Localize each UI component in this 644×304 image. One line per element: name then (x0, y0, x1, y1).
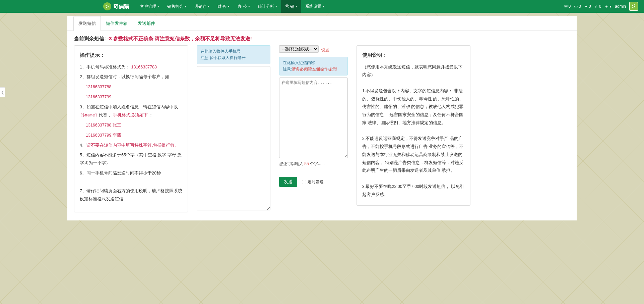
phone-input[interactable] (197, 66, 270, 210)
nav-label: 销售机会 (167, 0, 183, 13)
usage-title: 使用说明： (362, 50, 465, 60)
svg-point-0 (106, 5, 107, 6)
tips-l3code: {$name} (80, 112, 98, 117)
tips-l3c: 手机格式必须如下 (113, 113, 148, 117)
avatar[interactable] (629, 2, 638, 11)
card-stat[interactable]: ▭0 (574, 4, 581, 9)
phone-column: 在此输入收件人手机号 注意:多个联系人换行隔开 (197, 45, 270, 211)
tab-send-mail[interactable]: 发送邮件 (133, 16, 160, 31)
tips-l4red: 请不要在短信内容中填写特殊字符,包括换行符。 (86, 143, 179, 148)
timed-send-checkbox[interactable] (302, 180, 306, 184)
svg-point-6 (634, 6, 636, 7)
sms-content-input[interactable] (279, 78, 348, 158)
svg-point-2 (108, 6, 109, 7)
nav-right: ✉0 ▭0 ✦0 ☆0 ＋▾ admin (564, 2, 638, 11)
tips-l7: 7、请仔细阅读页面右方的使用说明，请严格按照系统设定标准格式发送短信 (80, 187, 182, 203)
nav-item-stock[interactable]: 进销存▾ (190, 0, 213, 13)
content-hint-line2a: 注意: (283, 67, 292, 71)
caret-down-icon: ▾ (248, 0, 250, 13)
nav-label: 营 销 (285, 0, 294, 13)
top-nav: 奇偶猫 客户管理▾ 销售机会▾ 进销存▾ 财 务▾ 办 公▾ 统计分析▾ 营 销… (0, 0, 644, 13)
tab-sms-outbox[interactable]: 短信发件箱 (101, 16, 133, 31)
nav-item-office[interactable]: 办 公▾ (234, 0, 254, 13)
content-column: --选择短信模板-- 设置 在此输入短信内容 注意:请务必阅读左侧操作提示! 您… (279, 45, 348, 187)
mail-stat[interactable]: ✉0 (564, 4, 571, 9)
nav-label: 进销存 (194, 0, 206, 13)
nav-item-customer[interactable]: 客户管理▾ (136, 0, 163, 13)
nav-item-stats[interactable]: 统计分析▾ (254, 0, 281, 13)
tips-title: 操作提示： (80, 50, 182, 60)
timed-send-label: 定时发送 (308, 179, 324, 185)
tips-ex1: 13166337788 (80, 83, 182, 91)
page-container: 发送短信 短信发件箱 发送邮件 当前剩余短信: -3 参数格式不正确条 请注意短… (67, 16, 577, 220)
card-count: 0 (579, 4, 581, 9)
svg-point-5 (634, 4, 635, 5)
caret-down-icon: ▾ (228, 0, 230, 13)
tips-l3d: ： (149, 113, 153, 117)
gear-count: 0 (589, 4, 591, 9)
nav-item-sales[interactable]: 销售机会▾ (163, 0, 190, 13)
caret-down-icon: ▾ (609, 4, 611, 9)
tips-l3b: 代替， (99, 113, 112, 117)
star-count: 0 (599, 4, 601, 9)
timed-send-row[interactable]: 定时发送 (302, 179, 324, 185)
caret-down-icon: ▾ (275, 0, 277, 13)
nav-item-settings[interactable]: 系统设置▾ (301, 0, 328, 13)
star-stat[interactable]: ☆0 (594, 4, 601, 9)
alert-red: -3 参数格式不正确条 请注意短信条数，余额不足将导致无法发送! (107, 36, 252, 41)
caret-down-icon: ▾ (323, 0, 324, 13)
side-expand-handle[interactable]: ❮ (0, 87, 5, 97)
nav-item-finance[interactable]: 财 务▾ (213, 0, 234, 13)
tips-ex2: 13166337799 (80, 93, 182, 101)
usage-panel: 使用说明： （您使用本系统发送短信，就表明您同意并接受以下内容） 1.不得发送包… (357, 45, 470, 206)
tab-send-sms[interactable]: 发送短信 (73, 16, 101, 31)
brand-logo-icon (103, 2, 111, 10)
usage-p3: 3.最好不要在晚22:00至早7:00时段发送短信， 以免引起客户反感。 (362, 183, 465, 199)
tips-l5: 5、短信内容不能多于65个字（其中空格 数字 字母 汉字均为一个字） (80, 151, 182, 167)
phone-hint-line1: 在此输入收件人手机号 (200, 48, 267, 55)
usage-intro: （您使用本系统发送短信，就表明您同意并接受以下内容） (362, 63, 465, 80)
nav-menu: 客户管理▾ 销售机会▾ 进销存▾ 财 务▾ 办 公▾ 统计分析▾ 营 销▾ 系统… (136, 0, 328, 13)
alert-prefix: 当前剩余短信: (74, 36, 106, 41)
brand[interactable]: 奇偶猫 (6, 2, 129, 10)
phone-hint: 在此输入收件人手机号 注意:多个联系人换行隔开 (197, 45, 270, 64)
caret-down-icon: ▾ (296, 0, 297, 13)
svg-point-3 (106, 7, 107, 8)
count-prefix: 您还可以输入 (279, 161, 304, 166)
tips-l6: 6、同一手机号间隔发送时间不得少于20秒 (80, 169, 182, 178)
svg-point-4 (632, 5, 633, 6)
tips-l1a: 1、手机号码标准格式为： (80, 65, 131, 69)
balance-alert: 当前剩余短信: -3 参数格式不正确条 请注意短信条数，余额不足将导致无法发送! (67, 31, 577, 44)
send-button[interactable]: 发送 (279, 177, 297, 187)
tips-ex4: 13166337799,李四 (80, 132, 182, 140)
template-select[interactable]: --选择短信模板-- (279, 45, 319, 53)
card-icon: ▭ (574, 4, 578, 9)
plus-menu[interactable]: ＋▾ (604, 4, 611, 9)
tips-panel: 操作提示： 1、手机号码标准格式为： 13166337788 2、群组发送短信时… (74, 45, 188, 212)
usage-p2: 2.不能违反运营商规定，不得发送竞争对手产 品的广告，不能按手机号段形式进行广告… (362, 135, 465, 175)
tips-l4: 4、 (80, 143, 86, 148)
nav-item-marketing[interactable]: 营 销▾ (281, 0, 301, 13)
brand-name: 奇偶猫 (113, 3, 129, 10)
username: admin (615, 4, 626, 9)
phone-hint-line2: 注意:多个联系人换行隔开 (200, 55, 267, 61)
caret-down-icon: ▾ (185, 0, 186, 13)
content-hint-line2b: 请务必阅读左侧操作提示! (292, 67, 337, 71)
gear-stat[interactable]: ✦0 (584, 4, 591, 9)
mail-icon: ✉ (564, 4, 568, 9)
user-menu[interactable]: admin (615, 4, 626, 9)
plus-icon: ＋ (604, 4, 608, 9)
tips-l1b: 13166337788 (131, 65, 156, 69)
caret-down-icon: ▾ (208, 0, 209, 13)
nav-label: 客户管理 (140, 0, 156, 13)
caret-down-icon: ▾ (157, 0, 159, 13)
usage-p1: 1.不得发送包含以下内容、文字的短信息内容： 非法的、骚扰性的、中伤他人的、辱骂… (362, 87, 465, 127)
star-icon: ☆ (594, 4, 598, 9)
nav-label: 办 公 (238, 0, 247, 13)
count-suffix: 个字...... (309, 161, 325, 166)
content-hint-line1: 在此输入短信内容 (283, 60, 344, 66)
nav-label: 财 务 (217, 0, 227, 13)
template-settings-link[interactable]: 设置 (321, 47, 329, 53)
nav-label: 统计分析 (258, 0, 274, 13)
mail-count: 0 (569, 4, 571, 9)
